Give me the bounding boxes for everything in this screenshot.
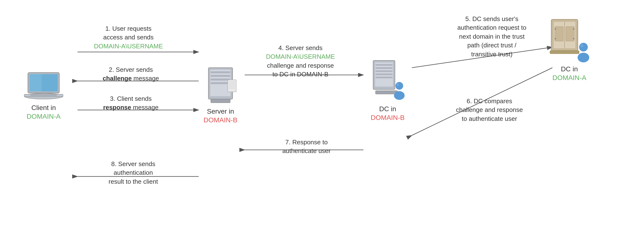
laptop-icon (23, 70, 64, 102)
arrow4-label: 4. Server sendsDOMAIN-A\USERNAMEchalleng… (252, 43, 349, 79)
svg-rect-22 (228, 80, 236, 92)
dc-b-label: DC inDOMAIN-B (371, 105, 404, 122)
svg-point-50 (578, 53, 589, 62)
arrow3-label: 3. Client sendsresponse message (94, 94, 167, 112)
svg-point-47 (573, 38, 574, 39)
arrow5-label: 5. DC sends user'sauthentication request… (441, 14, 543, 58)
dc-a-node: DC inDOMAIN-A (540, 14, 598, 82)
svg-rect-12 (30, 74, 42, 91)
diagram: 1. User requestsaccess and sendsDOMAIN-A… (0, 0, 644, 234)
dc-a-label: DC inDOMAIN-A (552, 65, 586, 82)
arrow7-label: 7. Response toauthenticate user (266, 138, 346, 155)
svg-rect-19 (211, 75, 230, 77)
svg-point-49 (579, 43, 588, 51)
client-label: Client inDOMAIN-A (27, 104, 60, 121)
svg-point-51 (580, 44, 583, 47)
svg-rect-20 (211, 79, 230, 81)
dc-a-icon (548, 14, 591, 63)
svg-rect-48 (550, 51, 579, 54)
server-icon (204, 65, 238, 105)
svg-rect-32 (376, 70, 392, 72)
svg-rect-15 (30, 95, 57, 96)
dc-b-icon (368, 58, 407, 103)
svg-rect-33 (376, 74, 392, 75)
svg-rect-18 (211, 71, 230, 73)
svg-point-44 (554, 28, 556, 30)
dc-b-node: DC inDOMAIN-B (358, 58, 417, 122)
svg-rect-27 (211, 99, 230, 103)
arrow2-label: 2. Server sendschallenge message (94, 65, 167, 83)
svg-point-46 (573, 28, 574, 30)
svg-rect-34 (376, 77, 392, 78)
arrow8-label: 8. Server sendsauthenticationresult to t… (92, 160, 174, 186)
server-node: Server inDOMAIN-B (194, 65, 247, 125)
client-node: Client inDOMAIN-A (14, 70, 73, 121)
arrow1-label: 1. User requestsaccess and sendsDOMAIN-A… (90, 24, 167, 51)
svg-point-38 (396, 83, 399, 86)
server-label: Server inDOMAIN-B (204, 107, 238, 125)
svg-rect-21 (211, 82, 230, 84)
svg-rect-42 (555, 27, 563, 41)
svg-rect-30 (376, 64, 392, 66)
svg-point-45 (554, 38, 556, 39)
svg-point-36 (396, 82, 403, 90)
svg-rect-31 (376, 67, 392, 69)
svg-point-37 (394, 91, 404, 100)
arrow6-label: 6. DC compareschallenge and responseto a… (444, 97, 536, 123)
svg-rect-43 (566, 27, 574, 41)
svg-rect-35 (376, 91, 397, 94)
